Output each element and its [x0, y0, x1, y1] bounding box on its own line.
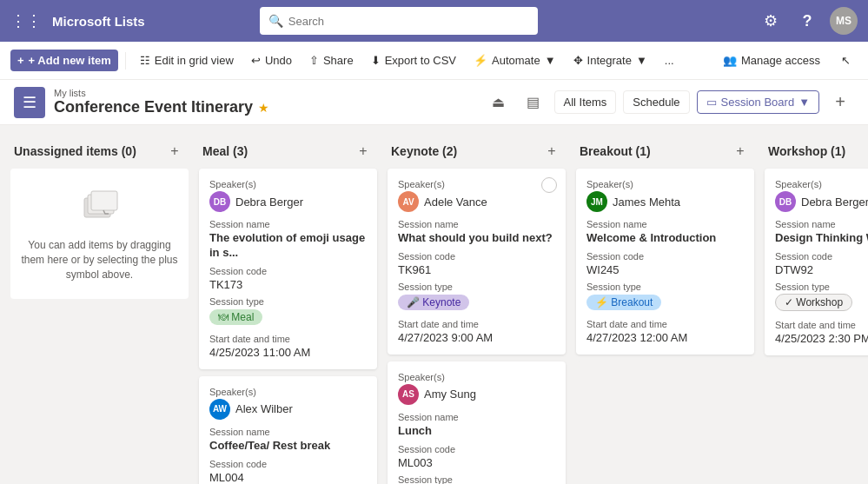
column-title-unassigned: Unassigned items (0): [14, 144, 136, 158]
export-csv-button[interactable]: ⬇ Export to CSV: [364, 50, 463, 71]
speaker-name: Debra Berger: [801, 196, 868, 209]
session-type-label: Session type: [398, 282, 555, 292]
column-title-keynote: Keynote (2): [391, 144, 457, 158]
session-board-button[interactable]: ▭ Session Board ▼: [697, 90, 819, 114]
datetime-value: 4/27/2023 9:00 AM: [398, 331, 555, 344]
card[interactable]: Speaker(s)ASAmy SungSession nameLunchSes…: [388, 361, 566, 484]
settings-icon[interactable]: ⚙: [757, 7, 785, 35]
session-code: TK961: [398, 263, 555, 276]
list-view-icon[interactable]: ▤: [520, 89, 547, 116]
all-items-button[interactable]: All Items: [554, 90, 617, 114]
app-title: Microsoft Lists: [52, 14, 145, 29]
list-parent: My lists: [54, 88, 269, 98]
empty-text: You can add items by dragging them here …: [21, 238, 178, 282]
column-header-unassigned: Unassigned items (0)+: [10, 136, 189, 169]
search-bar[interactable]: 🔍: [260, 7, 538, 35]
filter-icon[interactable]: ⏏: [485, 89, 513, 116]
card[interactable]: Speaker(s)DBDebra BergerSession nameThe …: [199, 169, 377, 369]
datetime-value: 4/25/2023 2:30 PM: [775, 332, 868, 345]
session-name-label: Session name: [586, 219, 744, 229]
column-keynote: Keynote (2)+Speaker(s)AVAdele VanceSessi…: [388, 136, 566, 484]
collapse-button[interactable]: ↖: [834, 50, 858, 71]
speaker-avatar: JM: [586, 191, 607, 212]
session-name: The evolution of emoji usage in s...: [209, 231, 367, 261]
session-code-label: Session code: [775, 251, 868, 262]
speaker-name: Debra Berger: [235, 196, 303, 209]
session-name: Design Thinking Workshop: [775, 231, 868, 246]
speaker-row: DBDebra Berger: [775, 191, 868, 212]
card[interactable]: Speaker(s)AVAdele VanceSession nameWhat …: [388, 169, 566, 355]
card[interactable]: Speaker(s)JMJames MehtaSession nameWelco…: [576, 169, 754, 355]
card[interactable]: Speaker(s)AWAlex WilberSession nameCoffe…: [199, 376, 377, 484]
schedule-button[interactable]: Schedule: [623, 90, 689, 114]
session-type-label: Session type: [586, 282, 744, 292]
session-name-label: Session name: [398, 219, 555, 229]
automate-button[interactable]: ⚡ Automate ▼: [467, 50, 563, 71]
add-new-button[interactable]: + + Add new item: [10, 50, 118, 71]
card-checkbox[interactable]: [541, 177, 557, 193]
integrate-button[interactable]: ✥ Integrate ▼: [567, 50, 654, 71]
speaker-row: DBDebra Berger: [209, 191, 367, 212]
export-icon: ⬇: [371, 54, 381, 67]
add-icon: +: [17, 54, 24, 67]
session-type-badge: 🎤 Keynote: [398, 295, 469, 310]
session-type-badge: ⚡ Breakout: [586, 295, 661, 310]
help-icon[interactable]: ?: [793, 7, 821, 35]
separator: [125, 52, 126, 70]
top-bar-actions: ⚙ ? MS: [757, 7, 858, 35]
automate-chevron: ▼: [545, 54, 556, 67]
add-column-icon[interactable]: +: [826, 89, 854, 116]
session-name-label: Session name: [775, 219, 868, 229]
card[interactable]: Speaker(s)DBDebra BergerSession nameDesi…: [765, 169, 868, 355]
column-header-workshop: Workshop (1)+: [765, 136, 868, 169]
session-code-label: Session code: [398, 251, 555, 262]
svg-rect-2: [91, 191, 117, 210]
grid-icon[interactable]: ⋮⋮: [10, 11, 42, 30]
column-breakout: Breakout (1)+Speaker(s)JMJames MehtaSess…: [576, 136, 754, 361]
search-icon: 🔍: [268, 14, 283, 28]
board-chevron: ▼: [798, 96, 810, 109]
column-title-workshop: Workshop (1): [768, 144, 845, 158]
session-name-label: Session name: [209, 427, 367, 437]
speaker-label: Speaker(s): [209, 179, 367, 189]
speaker-avatar: AS: [398, 384, 419, 405]
session-name: Coffee/Tea/ Rest break: [209, 439, 367, 454]
speaker-avatar: DB: [775, 191, 796, 212]
share-icon: ⇧: [309, 54, 319, 67]
more-button[interactable]: ...: [658, 50, 681, 71]
empty-icon: [79, 186, 121, 231]
speaker-avatar: AV: [398, 191, 419, 212]
session-code: TK173: [209, 278, 367, 291]
column-title-meal: Meal (3): [202, 144, 248, 158]
list-meta: My lists Conference Event Itinerary ★: [54, 88, 269, 116]
search-input[interactable]: [288, 15, 529, 28]
speaker-name: Amy Sung: [424, 388, 476, 401]
session-code-label: Session code: [586, 251, 744, 262]
datetime-label: Start date and time: [398, 319, 555, 329]
column-header-meal: Meal (3)+: [199, 136, 377, 169]
toolbar-right: 👥 Manage access ↖: [716, 50, 858, 71]
column-add-btn-breakout[interactable]: +: [730, 141, 751, 162]
column-add-btn-meal[interactable]: +: [353, 141, 374, 162]
speaker-row: ASAmy Sung: [398, 384, 555, 405]
list-name: Conference Event Itinerary: [54, 98, 253, 116]
speaker-label: Speaker(s): [775, 179, 868, 189]
undo-button[interactable]: ↩ Undo: [244, 50, 299, 71]
speaker-row: AWAlex Wilber: [209, 399, 367, 420]
datetime-value: 4/25/2023 11:00 AM: [209, 346, 367, 359]
column-title-breakout: Breakout (1): [580, 144, 651, 158]
speaker-label: Speaker(s): [398, 372, 555, 382]
speaker-name: Alex Wilber: [235, 402, 293, 415]
session-code: ML003: [398, 456, 555, 469]
collapse-icon: ↖: [841, 54, 851, 67]
column-add-btn-unassigned[interactable]: +: [164, 141, 185, 162]
share-button[interactable]: ⇧ Share: [302, 50, 361, 71]
edit-grid-button[interactable]: ☷ Edit in grid view: [133, 50, 241, 71]
session-type-label: Session type: [398, 474, 555, 484]
manage-access-button[interactable]: 👥 Manage access: [716, 50, 827, 71]
session-code: WI245: [586, 263, 744, 276]
star-icon[interactable]: ★: [258, 101, 269, 115]
avatar[interactable]: MS: [830, 7, 858, 35]
column-add-btn-keynote[interactable]: +: [541, 141, 562, 162]
session-type-badge: ✓ Workshop: [775, 294, 852, 311]
